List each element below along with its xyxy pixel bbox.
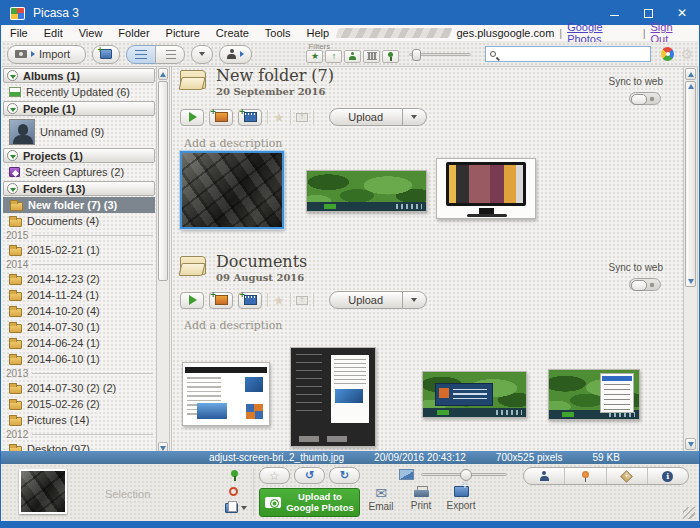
rotate-right-button[interactable]: ↻ xyxy=(329,467,360,484)
collapse-icon[interactable] xyxy=(7,183,18,194)
search-box[interactable] xyxy=(485,46,651,62)
upload-button[interactable]: Upload xyxy=(329,108,403,126)
export-button[interactable]: Export xyxy=(439,486,483,511)
tray-selected-thumbnail[interactable] xyxy=(19,469,67,514)
sidebar-item-2014-12-23[interactable]: 2014-12-23 (2) xyxy=(2,271,156,287)
sidebar-item-recently-updated[interactable]: Recently Updated (6) xyxy=(2,84,156,100)
print-button[interactable]: Print xyxy=(399,486,443,511)
people-panel-button[interactable] xyxy=(524,468,564,484)
sidebar-item-unnamed[interactable]: Unnamed (9) xyxy=(2,117,156,147)
new-album-button[interactable] xyxy=(92,45,120,64)
sidebar-scrollbar[interactable] xyxy=(156,67,170,455)
sidebar-item-2014-11-24[interactable]: 2014-11-24 (1) xyxy=(2,287,156,303)
main-scrollbar[interactable] xyxy=(683,67,698,451)
create-movie-button[interactable] xyxy=(238,109,262,126)
hold-pin-icon[interactable] xyxy=(231,470,238,481)
tags-panel-button[interactable] xyxy=(606,468,647,484)
section-title[interactable]: Documents xyxy=(216,253,307,271)
resize-grip[interactable] xyxy=(683,507,695,519)
scrollbar-thumb[interactable] xyxy=(158,81,168,281)
sidebar-item-2014-06-10[interactable]: 2014-06-10 (1) xyxy=(2,351,156,367)
section-title[interactable]: New folder (7) xyxy=(216,67,334,85)
menu-tools[interactable]: Tools xyxy=(257,26,299,40)
collapse-icon[interactable] xyxy=(7,70,18,81)
gear-icon[interactable] xyxy=(680,47,693,61)
filter-uploaded-button[interactable]: ↑ xyxy=(325,50,342,63)
collapse-icon[interactable] xyxy=(7,103,18,114)
sidebar-item-pictures[interactable]: Pictures (14) xyxy=(2,412,156,428)
create-collage-button[interactable] xyxy=(209,109,233,126)
clear-tray-icon[interactable] xyxy=(229,487,238,496)
upload-to-google-photos-button[interactable]: Upload to Google Photos xyxy=(259,488,360,517)
sidebar-header-projects[interactable]: Projects (1) xyxy=(3,148,155,163)
menu-edit[interactable]: Edit xyxy=(36,26,71,40)
create-movie-button[interactable] xyxy=(238,292,262,309)
sidebar-item-2015-02-26[interactable]: 2015-02-26 (2) xyxy=(2,396,156,412)
sidebar-item-2015-02-21[interactable]: 2015-02-21 (1) xyxy=(2,242,156,258)
collapse-icon[interactable] xyxy=(7,150,18,161)
filter-geotagged-button[interactable] xyxy=(382,50,399,63)
sync-toggle[interactable] xyxy=(629,92,661,105)
add-description-field[interactable]: Add a description xyxy=(184,137,282,150)
email-button[interactable]: Email xyxy=(359,486,403,512)
scroll-up-button[interactable] xyxy=(158,68,168,80)
filter-starred-button[interactable]: ★ xyxy=(306,50,323,63)
thumbnail-dark-dialog[interactable] xyxy=(290,347,376,447)
filter-faces-button[interactable] xyxy=(344,50,361,63)
menu-file[interactable]: File xyxy=(2,26,36,40)
upload-dropdown-button[interactable] xyxy=(403,108,427,126)
sidebar-item-2014-06-24[interactable]: 2014-06-24 (1) xyxy=(2,335,156,351)
sidebar-item-new-folder[interactable]: New folder (7) (3) xyxy=(3,197,155,213)
thumbnail-green-desktop[interactable] xyxy=(306,170,427,212)
sidebar-item-screen-captures[interactable]: Screen Captures (2) xyxy=(2,164,156,180)
scrollbar-thumb[interactable] xyxy=(685,81,696,287)
menu-view[interactable]: View xyxy=(71,26,111,40)
sidebar-header-albums[interactable]: Albums (1) xyxy=(3,68,155,83)
thumbnail-keyboard-selected[interactable] xyxy=(180,151,284,229)
thumbnail-desktop-notification[interactable] xyxy=(422,371,527,418)
sidebar-item-documents[interactable]: Documents (4) xyxy=(2,213,156,229)
view-options-dropdown[interactable] xyxy=(191,45,213,64)
add-to-album-button[interactable] xyxy=(225,503,247,513)
thumbnail-monitor[interactable] xyxy=(436,158,536,219)
sidebar-item-2014-07-30[interactable]: 2014-07-30 (1) xyxy=(2,319,156,335)
rotate-left-button[interactable]: ↺ xyxy=(294,467,325,484)
sync-toggle[interactable] xyxy=(629,278,661,291)
sidebar-header-people[interactable]: People (1) xyxy=(3,101,155,116)
section-date: 09 August 2016 xyxy=(216,272,307,283)
tree-view-button[interactable] xyxy=(155,45,185,64)
chevron-down-icon xyxy=(199,52,205,56)
upload-dropdown-button[interactable] xyxy=(403,291,427,309)
jump-previous-section-icon[interactable] xyxy=(688,84,694,89)
thumbnail-webpage[interactable] xyxy=(182,362,270,426)
slider-knob[interactable] xyxy=(412,49,421,61)
scroll-down-button[interactable] xyxy=(685,438,696,450)
create-collage-button[interactable] xyxy=(209,292,233,309)
search-input[interactable] xyxy=(500,49,646,60)
zoom-slider[interactable] xyxy=(421,473,507,476)
menu-picture[interactable]: Picture xyxy=(158,26,208,40)
people-view-button[interactable] xyxy=(219,45,252,64)
import-button[interactable]: Import xyxy=(7,45,86,64)
filter-movies-button[interactable] xyxy=(363,50,380,63)
jump-next-section-icon[interactable] xyxy=(688,279,694,284)
menu-folder[interactable]: Folder xyxy=(110,26,157,40)
scroll-up-button[interactable] xyxy=(685,68,696,80)
sidebar-header-folders[interactable]: Folders (13) xyxy=(3,181,155,196)
properties-panel-button[interactable] xyxy=(647,468,688,484)
zoom-slider-knob[interactable] xyxy=(460,469,472,481)
thumbnail-desktop-context-menu[interactable] xyxy=(548,369,640,420)
date-range-slider[interactable] xyxy=(409,53,471,56)
slideshow-button[interactable] xyxy=(180,292,204,309)
flat-view-button[interactable] xyxy=(126,45,156,64)
sidebar-item-2014-07-30-2[interactable]: 2014-07-30 (2) (2) xyxy=(2,380,156,396)
menu-help[interactable]: Help xyxy=(299,26,338,40)
chevron-down-icon xyxy=(411,298,417,302)
sidebar-item-2014-10-20[interactable]: 2014-10-20 (4) xyxy=(2,303,156,319)
upload-button[interactable]: Upload xyxy=(329,291,403,309)
star-button[interactable]: ☆ xyxy=(259,467,290,484)
places-panel-button[interactable] xyxy=(564,468,605,484)
menu-create[interactable]: Create xyxy=(208,26,257,40)
slideshow-button[interactable] xyxy=(180,109,204,126)
add-description-field[interactable]: Add a description xyxy=(184,319,282,332)
